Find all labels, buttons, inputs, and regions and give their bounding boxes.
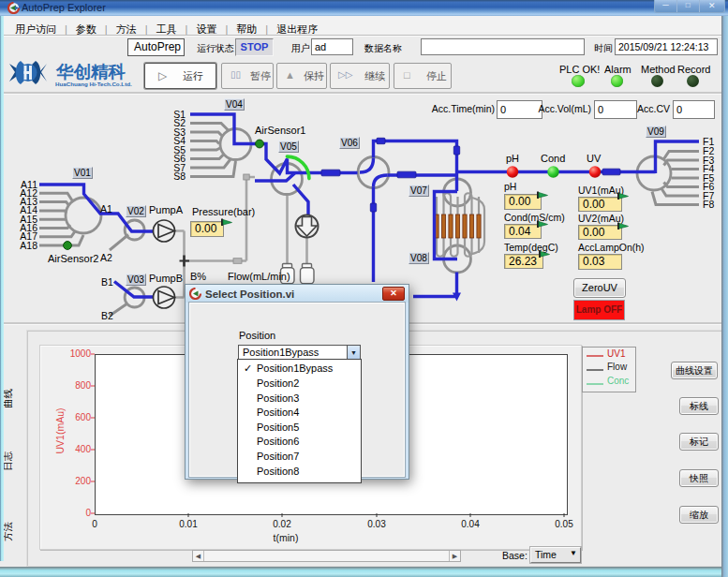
svg-text:AirSensor2: AirSensor2: [48, 253, 98, 264]
svg-text:Pressure(bar): Pressure(bar): [192, 206, 255, 217]
svg-text:S8: S8: [173, 170, 186, 182]
svg-text:A1: A1: [100, 203, 112, 215]
svg-text:F8: F8: [703, 199, 714, 210]
svg-text:AirSensor1: AirSensor1: [255, 125, 305, 136]
svg-text:PumpA: PumpA: [149, 204, 184, 215]
svg-text:A2: A2: [100, 252, 112, 263]
svg-text:PumpB: PumpB: [149, 273, 183, 284]
svg-text:B2: B2: [101, 310, 113, 321]
svg-text:UV: UV: [587, 153, 602, 164]
svg-text:pH: pH: [506, 153, 519, 164]
svg-text:A18: A18: [20, 240, 37, 251]
svg-text:B%: B%: [190, 271, 206, 282]
svg-text:Cond: Cond: [541, 153, 565, 164]
svg-text:B1: B1: [101, 276, 113, 288]
svg-text:Flow(mL/min): Flow(mL/min): [228, 271, 290, 282]
